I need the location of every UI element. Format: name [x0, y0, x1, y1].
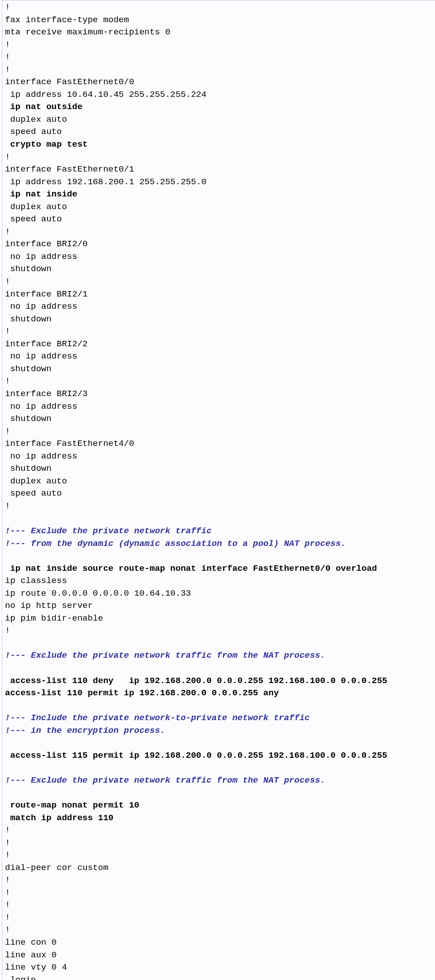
- config-line: !: [5, 226, 434, 239]
- config-line: ip nat outside: [5, 101, 434, 114]
- config-line: line con 0: [5, 937, 434, 949]
- config-line: interface FastEthernet0/0: [5, 76, 434, 89]
- config-line: duplex auto: [5, 201, 434, 214]
- config-line: [5, 762, 434, 774]
- config-line: access-list 110 permit ip 192.168.200.0 …: [5, 687, 434, 700]
- config-line: [5, 700, 434, 712]
- config-line: ip pim bidir-enable: [5, 612, 434, 625]
- config-line: !: [5, 276, 434, 288]
- config-line: !: [5, 899, 434, 912]
- config-line: !--- Include the private network-to-priv…: [5, 712, 434, 725]
- config-line: ip classless: [5, 575, 434, 588]
- config-line: crypto map test: [5, 139, 434, 151]
- config-line: !: [5, 151, 434, 164]
- config-line: ip address 10.64.10.45 255.255.255.224: [5, 89, 434, 101]
- config-line: ip nat inside source route-map nonat int…: [5, 563, 434, 575]
- config-line: interface BRI2/1: [5, 288, 434, 301]
- config-line: !: [5, 887, 434, 899]
- config-line: shutdown: [5, 413, 434, 425]
- config-line: duplex auto: [5, 475, 434, 488]
- config-line: !: [5, 500, 434, 513]
- config-line: !: [5, 425, 434, 438]
- config-line: match ip address 110: [5, 812, 434, 825]
- config-line: access-list 110 deny ip 192.168.200.0 0.…: [5, 675, 434, 688]
- config-line: speed auto: [5, 488, 434, 500]
- config-line: !--- in the encryption process.: [5, 725, 434, 737]
- config-line: !: [5, 1, 434, 14]
- config-line: [5, 662, 434, 675]
- config-line: [5, 737, 434, 750]
- config-line: interface BRI2/0: [5, 238, 434, 251]
- config-line: shutdown: [5, 263, 434, 276]
- config-line: speed auto: [5, 126, 434, 139]
- config-line: dial-peer cor custom: [5, 862, 434, 875]
- config-line: access-list 115 permit ip 192.168.200.0 …: [5, 750, 434, 762]
- config-line: !: [5, 849, 434, 862]
- config-line: !: [5, 39, 434, 52]
- config-line: !: [5, 51, 434, 64]
- config-line: ip address 192.168.200.1 255.255.255.0: [5, 176, 434, 189]
- config-line: [5, 550, 434, 563]
- config-line: !: [5, 325, 434, 338]
- config-line: no ip address: [5, 301, 434, 313]
- page: !fax interface-type modemmta receive max…: [0, 0, 435, 980]
- config-line: ip route 0.0.0.0 0.0.0.0 10.64.10.33: [5, 588, 434, 600]
- config-line: line aux 0: [5, 949, 434, 962]
- config-line: interface BRI2/3: [5, 388, 434, 401]
- config-line: duplex auto: [5, 114, 434, 126]
- config-line: ip nat inside: [5, 188, 434, 201]
- config-line: line vty 0 4: [5, 961, 434, 974]
- config-line: !: [5, 375, 434, 388]
- config-line: shutdown: [5, 463, 434, 475]
- config-line: [5, 637, 434, 650]
- config-line: mta receive maximum-recipients 0: [5, 26, 434, 39]
- config-line: !: [5, 924, 434, 937]
- config-line: route-map nonat permit 10: [5, 799, 434, 812]
- config-line: [5, 512, 434, 525]
- config-line: !: [5, 912, 434, 924]
- config-line: !: [5, 837, 434, 850]
- config-line: no ip http server: [5, 600, 434, 612]
- config-line: !: [5, 64, 434, 76]
- config-line: !--- Exclude the private network traffic: [5, 525, 434, 538]
- config-line: fax interface-type modem: [5, 14, 434, 27]
- config-line: !--- Exclude the private network traffic…: [5, 774, 434, 787]
- config-line: !--- from the dynamic (dynamic associati…: [5, 538, 434, 550]
- config-line: !: [5, 824, 434, 837]
- config-line: speed auto: [5, 213, 434, 226]
- config-line: [5, 787, 434, 799]
- config-line: no ip address: [5, 350, 434, 363]
- config-line: !--- Exclude the private network traffic…: [5, 650, 434, 662]
- config-line: !: [5, 874, 434, 887]
- router-config-block: !fax interface-type modemmta receive max…: [2, 0, 435, 980]
- config-line: interface FastEthernet0/1: [5, 163, 434, 176]
- config-line: no ip address: [5, 450, 434, 463]
- config-line: !: [5, 625, 434, 637]
- config-line: shutdown: [5, 313, 434, 326]
- config-line: no ip address: [5, 401, 434, 413]
- config-line: no ip address: [5, 251, 434, 263]
- config-line: shutdown: [5, 363, 434, 376]
- config-line: interface FastEthernet4/0: [5, 438, 434, 450]
- config-line: login: [5, 974, 434, 980]
- config-line: interface BRI2/2: [5, 338, 434, 351]
